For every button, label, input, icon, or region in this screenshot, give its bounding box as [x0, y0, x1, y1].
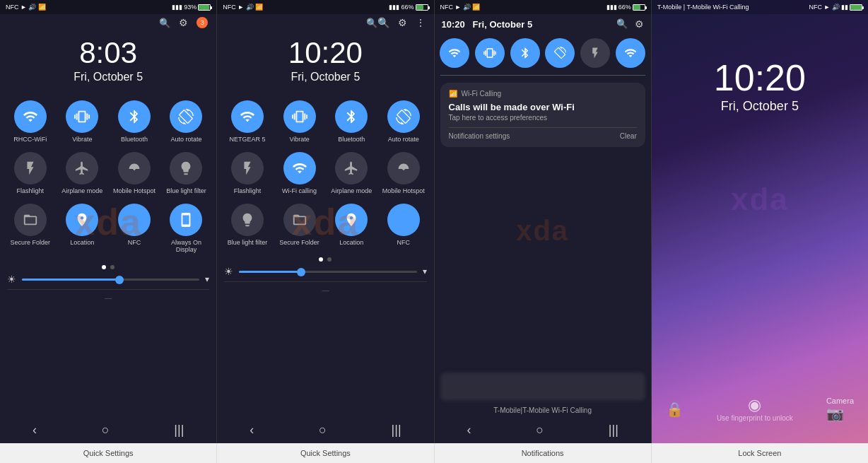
caption-screen4: Lock Screen	[652, 443, 868, 463]
tile-securefolder-1[interactable]: Secure Folder	[6, 201, 55, 257]
tile-vibrate-2[interactable]: Vibrate	[275, 98, 324, 146]
status-icons-2: NFC ► 🔊 📶	[223, 4, 263, 11]
tile-vibrate-1[interactable]: Vibrate	[58, 98, 107, 146]
battery-icon-2	[416, 4, 428, 11]
brightness-expand-2[interactable]: ▾	[423, 266, 427, 276]
notif-card-sub-3: Tap here to access preferences	[449, 114, 637, 122]
status-bar-2: NFC ► 🔊 📶 ▮▮▮ 66%	[217, 0, 433, 14]
brightness-track-2[interactable]	[239, 271, 416, 273]
tile-location-1[interactable]: Location	[58, 201, 107, 257]
notification-badge-1: 3	[197, 17, 208, 28]
home-btn-3[interactable]: ○	[536, 423, 544, 438]
tile-location-2[interactable]: Location	[327, 201, 376, 250]
tiles-grid-2: NETGEAR 5 Vibrate Bluetooth Auto rotate	[217, 95, 433, 252]
status-bar-1: NFC ► 🔊 📶 ▮▮▮ 93%	[0, 0, 216, 14]
qtile-vibrate-3[interactable]	[475, 38, 505, 68]
tile-icon-vibrate-2	[283, 100, 316, 133]
recent-btn-2[interactable]: |||	[392, 423, 401, 438]
tile-icon-wifi-1	[14, 100, 47, 133]
tile-bluelight-1[interactable]: Blue light filter	[162, 149, 211, 198]
screen-4: T-Mobile | T-Mobile Wi-Fi Calling NFC ► …	[652, 0, 868, 443]
search-icon-1[interactable]	[159, 17, 170, 28]
time-4: 10:20	[652, 57, 868, 99]
tile-flashlight-1[interactable]: Flashlight	[6, 149, 55, 198]
quick-tiles-row-3	[435, 34, 651, 72]
tile-label-flashlight-1: Flashlight	[17, 187, 45, 195]
notif-clear-btn-3[interactable]: Clear	[620, 132, 637, 140]
carrier-4: T-Mobile | T-Mobile Wi-Fi Calling	[657, 4, 749, 11]
lock-center-4: ◉ Use fingerprint to unlock	[717, 396, 793, 422]
tile-flashlight-2[interactable]: Flashlight	[223, 149, 272, 198]
back-btn-1[interactable]: ‹	[33, 423, 37, 438]
brightness-expand-1[interactable]: ▾	[205, 274, 209, 284]
tile-bluetooth-1[interactable]: Bluetooth	[110, 98, 159, 146]
tile-icon-securefolder-2	[283, 204, 316, 236]
time-2: 10:20	[217, 38, 433, 68]
tile-icon-location-1	[66, 204, 98, 236]
tile-bluetooth-2[interactable]: Bluetooth	[327, 98, 376, 146]
notif-settings-btn-3[interactable]: Notification settings	[449, 132, 510, 140]
back-btn-3[interactable]: ‹	[467, 423, 471, 438]
divider-2	[224, 281, 426, 282]
tile-airplane-1[interactable]: Airplane mode	[58, 149, 107, 198]
notif-search-icon-3[interactable]: 🔍	[616, 18, 628, 30]
brightness-fill-2	[239, 271, 301, 273]
tile-rotate-1[interactable]: Auto rotate	[162, 98, 211, 146]
tile-wifi-1[interactable]: RHCC-WiFi	[6, 98, 55, 146]
tile-label-wificalling-2: Wi-Fi calling	[282, 187, 317, 195]
notif-date-3: Fri, October 5	[473, 19, 533, 30]
notif-app-name-3: Wi-Fi Calling	[462, 90, 502, 98]
tile-label-flashlight-2: Flashlight	[234, 187, 262, 195]
tile-airplane-2[interactable]: Airplane mode	[327, 149, 376, 198]
signal-icon-1: ▮▮▮	[172, 4, 182, 11]
qtile-flashlight-3[interactable]	[580, 38, 610, 68]
qtile-calling-3[interactable]	[616, 38, 645, 68]
xda-watermark-4: xda	[731, 182, 789, 217]
recent-btn-1[interactable]: |||	[174, 423, 184, 438]
tile-icon-bluelight-2	[231, 204, 264, 236]
fingerprint-icon-4[interactable]: ◉	[717, 396, 793, 414]
tile-label-rotate-2: Auto rotate	[388, 136, 419, 143]
tile-label-rotate-1: Auto rotate	[170, 136, 201, 143]
tile-rotate-2[interactable]: Auto rotate	[379, 98, 428, 146]
tile-icon-securefolder-1	[14, 204, 47, 236]
tile-aod-1[interactable]: Always On Display	[162, 201, 211, 257]
tile-wifi-2[interactable]: NETGEAR 5	[223, 98, 272, 146]
gear-icon-1[interactable]	[179, 17, 188, 28]
tile-hotspot-2[interactable]: Mobile Hotspot	[379, 149, 428, 198]
qtile-bluetooth-3[interactable]	[510, 38, 540, 68]
home-btn-2[interactable]: ○	[319, 423, 327, 438]
tile-wificalling-2[interactable]: Wi-Fi calling	[275, 149, 324, 198]
tile-label-wifi-1: RHCC-WiFi	[13, 136, 47, 143]
recent-btn-3[interactable]: |||	[609, 423, 618, 438]
home-btn-1[interactable]: ○	[102, 423, 110, 438]
back-btn-2[interactable]: ‹	[250, 423, 254, 438]
time-display-1: 8:03 Fri, October 5	[0, 31, 216, 95]
notif-gear-icon-3[interactable]: ⚙	[635, 18, 644, 30]
tile-icon-flashlight-2	[231, 152, 264, 184]
dot-1-2	[110, 265, 115, 269]
battery-icon-4	[850, 4, 862, 11]
signal-icon-4: ▮▮	[841, 4, 848, 11]
status-icons-3: NFC ► 🔊 📶	[440, 4, 481, 11]
qtile-rotate-3[interactable]	[545, 38, 575, 68]
caption-bar: Quick Settings Quick Settings Notificati…	[0, 443, 868, 463]
dots-icon-2[interactable]: ⋮	[416, 17, 426, 28]
divider-3	[440, 75, 645, 76]
notif-card-3[interactable]: 📶 Wi-Fi Calling Calls will be made over …	[440, 83, 645, 147]
tile-label-bluetooth-1: Bluetooth	[121, 136, 148, 143]
camera-area-4[interactable]: Camera 📷	[826, 397, 854, 422]
qs-toolbar-2: 🔍 ⚙ ⋮	[217, 14, 433, 31]
tile-nfc-2[interactable]: N NFC	[379, 201, 428, 250]
tile-nfc-1[interactable]: N NFC	[110, 201, 159, 257]
tile-hotspot-1[interactable]: Mobile Hotspot	[110, 149, 159, 198]
tile-securefolder-2[interactable]: Secure Folder	[275, 201, 324, 250]
wifi-calling-icon-3: 📶	[449, 90, 457, 98]
pagination-2	[217, 252, 433, 264]
tile-bluelight-2[interactable]: Blue light filter	[223, 201, 272, 250]
brightness-track-1[interactable]	[22, 279, 199, 281]
search-icon-2[interactable]: 🔍	[366, 17, 389, 28]
gear-icon-2[interactable]: ⚙	[398, 17, 407, 28]
qtile-wifi-3[interactable]	[440, 38, 469, 68]
notif-time-3: 10:20	[442, 19, 465, 30]
